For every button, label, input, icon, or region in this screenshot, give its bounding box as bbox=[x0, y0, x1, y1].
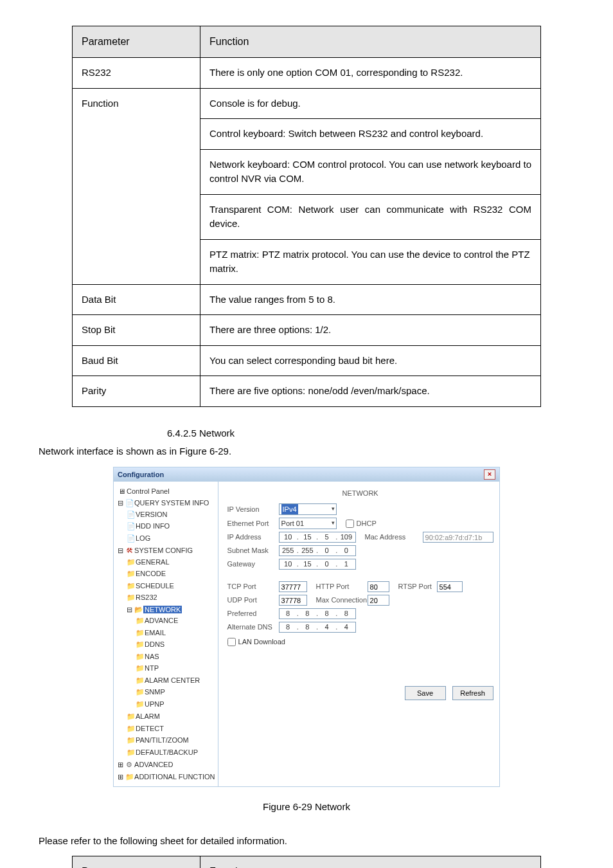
func-cell: The value ranges from 5 to 8. bbox=[200, 284, 541, 315]
tree-root[interactable]: Control Panel bbox=[127, 487, 170, 495]
rtsp-port-input[interactable] bbox=[437, 581, 463, 592]
max-connection-label: Max Connection bbox=[316, 595, 368, 606]
dhcp-label: DHCP bbox=[357, 520, 377, 527]
col-header-parameter: Parameter bbox=[73, 856, 200, 869]
func-cell: There is only one option COM 01, corresp… bbox=[200, 58, 541, 89]
tree-system-config[interactable]: SYSTEM CONFIG bbox=[134, 547, 193, 554]
col-header-function: Function bbox=[200, 856, 541, 869]
network-param-table: Parameter Function IP Version There are … bbox=[72, 856, 541, 868]
param-cell: RS232 bbox=[73, 58, 200, 89]
close-icon[interactable]: × bbox=[484, 469, 495, 480]
ip-version-select[interactable]: IPv4 bbox=[279, 503, 337, 515]
navigation-tree[interactable]: 🖥Control Panel ⊟ 📄QUERY SYSTEM INFO 📄VER… bbox=[114, 482, 218, 787]
param-cell: Function bbox=[73, 88, 200, 284]
tree-item[interactable]: VERSION bbox=[136, 511, 168, 518]
preferred-dns-input[interactable]: 8. 8. 8. 8 bbox=[279, 608, 356, 619]
tree-item[interactable]: GENERAL bbox=[136, 558, 170, 566]
ip-address-input[interactable]: 10. 15. 5. 109 bbox=[279, 532, 356, 543]
func-cell: There are three options: 1/2. bbox=[200, 315, 541, 346]
tree-item[interactable]: SNMP bbox=[145, 688, 165, 696]
tree-item[interactable]: PAN/TILT/ZOOM bbox=[136, 736, 189, 744]
section-heading: 6.4.2.5 Network bbox=[167, 426, 574, 441]
max-connection-input[interactable] bbox=[368, 595, 389, 606]
network-form: NETWORK IP Version IPv4 Ethernet Port Po… bbox=[218, 482, 502, 787]
tree-item[interactable]: ALARM bbox=[136, 712, 160, 720]
ethernet-port-label: Ethernet Port bbox=[227, 518, 279, 529]
tree-advanced[interactable]: ADVANCED bbox=[134, 761, 173, 768]
ip-version-label: IP Version bbox=[227, 504, 279, 515]
mac-address-label: Mac Address bbox=[365, 532, 423, 543]
tree-item[interactable]: NTP bbox=[145, 664, 159, 672]
func-cell: There are five options: none/odd /even/m… bbox=[200, 376, 541, 407]
tree-item[interactable]: DDNS bbox=[145, 640, 164, 648]
tree-item[interactable]: ADVANCE bbox=[145, 617, 178, 624]
network-config-window: Configuration × 🖥Control Panel ⊟ 📄QUERY … bbox=[113, 467, 500, 788]
tree-item[interactable]: DETECT bbox=[136, 725, 164, 732]
param-cell: Baud Bit bbox=[73, 345, 200, 376]
func-cell: Transparent COM: Network user can commun… bbox=[200, 194, 541, 239]
window-title: Configuration bbox=[118, 467, 164, 482]
func-cell: Console is for debug. bbox=[200, 88, 541, 119]
alternate-dns-input[interactable]: 8. 8. 4. 4 bbox=[279, 622, 356, 633]
tree-additional-function[interactable]: ADDITIONAL FUNCTION bbox=[134, 773, 215, 781]
save-button[interactable]: Save bbox=[405, 686, 446, 700]
udp-port-input[interactable] bbox=[279, 595, 307, 606]
func-cell: Control keyboard: Switch between RS232 a… bbox=[200, 119, 541, 150]
lan-download-label: LAN Download bbox=[238, 637, 285, 647]
param-cell: Parity bbox=[73, 376, 200, 407]
tree-item[interactable]: ALARM CENTER bbox=[145, 676, 200, 684]
dhcp-checkbox[interactable] bbox=[346, 520, 354, 528]
http-port-input[interactable] bbox=[368, 581, 389, 592]
tcp-port-label: TCP Port bbox=[227, 581, 279, 592]
tree-item[interactable]: SCHEDULE bbox=[136, 582, 174, 590]
col-header-function: Function bbox=[200, 26, 541, 58]
http-port-label: HTTP Port bbox=[316, 581, 368, 592]
func-cell: You can select corresponding baud bit he… bbox=[200, 345, 541, 376]
col-header-parameter: Parameter bbox=[73, 26, 200, 58]
body-text: Network interface is shown as in Figure … bbox=[39, 444, 574, 459]
tree-item[interactable]: HDD INFO bbox=[136, 522, 170, 530]
lan-download-checkbox[interactable] bbox=[227, 638, 236, 646]
ip-address-label: IP Address bbox=[227, 532, 279, 543]
body-text: Please refer to the following sheet for … bbox=[39, 834, 574, 849]
alternate-dns-label: Alternate DNS bbox=[227, 622, 279, 633]
rtsp-port-label: RTSP Port bbox=[398, 581, 437, 592]
udp-port-label: UDP Port bbox=[227, 595, 279, 606]
tree-item[interactable]: NAS bbox=[145, 653, 159, 660]
func-cell: Network keyboard: COM control protocol. … bbox=[200, 149, 541, 194]
param-cell: Data Bit bbox=[73, 284, 200, 315]
tree-item[interactable]: RS232 bbox=[136, 593, 157, 601]
window-titlebar: Configuration × bbox=[114, 467, 499, 482]
param-cell: Stop Bit bbox=[73, 315, 200, 346]
gateway-label: Gateway bbox=[227, 559, 279, 570]
section-title: NETWORK bbox=[227, 488, 493, 499]
ethernet-port-select[interactable]: Port 01 bbox=[279, 518, 337, 529]
subnet-mask-label: Subnet Mask bbox=[227, 545, 279, 556]
preferred-dns-label: Preferred bbox=[227, 608, 279, 619]
tree-item[interactable]: UPNP bbox=[145, 700, 164, 708]
subnet-mask-input[interactable]: 255. 255. 0. 0 bbox=[279, 545, 356, 556]
tree-item-network[interactable]: NETWORK bbox=[143, 606, 182, 613]
func-cell: PTZ matrix: PTZ matrix protocol. You can… bbox=[200, 239, 541, 284]
refresh-button[interactable]: Refresh bbox=[452, 686, 493, 700]
tree-item[interactable]: DEFAULT/BACKUP bbox=[136, 748, 198, 756]
tcp-port-input[interactable] bbox=[279, 581, 307, 592]
figure-caption: Figure 6-29 Network bbox=[39, 800, 574, 815]
tree-item[interactable]: LOG bbox=[136, 534, 150, 542]
tree-query-system-info[interactable]: QUERY SYSTEM INFO bbox=[134, 499, 209, 507]
rs232-param-table: Parameter Function RS232 There is only o… bbox=[72, 26, 541, 407]
tree-item[interactable]: ENCODE bbox=[136, 570, 166, 577]
gateway-input[interactable]: 10. 15. 0. 1 bbox=[279, 559, 356, 570]
mac-address-value bbox=[423, 532, 493, 543]
tree-item[interactable]: EMAIL bbox=[145, 629, 166, 637]
